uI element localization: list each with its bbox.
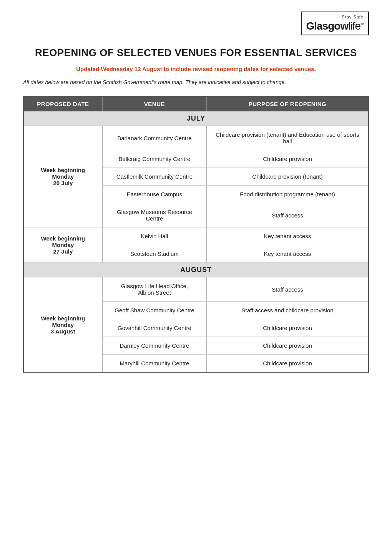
purpose-maryhill: Childcare provision bbox=[207, 355, 369, 373]
venue-kelvin-hall: Kelvin Hall bbox=[102, 227, 206, 245]
date-cell-3august: Week beginning Monday3 August bbox=[23, 277, 102, 373]
table-row: Week beginning Monday3 August Glasgow Li… bbox=[23, 277, 369, 302]
col-header-purpose: PURPOSE OF REOPENING bbox=[207, 96, 369, 111]
venue-glasgow-life-head: Glasgow Life Head Office,Albion Street bbox=[102, 277, 206, 302]
purpose-govanhill: Childcare provision bbox=[207, 319, 369, 337]
venue-govanhill: Govanhill Community Centre bbox=[102, 319, 206, 337]
date-cell-20july: Week beginning Monday20 July bbox=[23, 126, 102, 227]
month-label-july: JULY bbox=[23, 111, 369, 126]
col-header-date: PROPOSED DATE bbox=[23, 96, 102, 111]
purpose-glasgow-museums: Staff access bbox=[207, 203, 369, 227]
col-header-venue: VENUE bbox=[102, 96, 206, 111]
purpose-easterhouse: Food distribution programme (tenant) bbox=[207, 186, 369, 203]
date-cell-27july: Week beginning Monday27 July bbox=[23, 227, 102, 263]
logo-box: Stay Safe Glasgowlife™ bbox=[301, 12, 369, 35]
month-row-july: JULY bbox=[23, 111, 369, 126]
venue-bellcraig: Bellcraig Community Centre bbox=[102, 150, 206, 168]
disclaimer: All dates below are based on the Scottis… bbox=[23, 79, 369, 85]
venue-geoff-shaw: Geoff Shaw Community Centre bbox=[102, 302, 206, 319]
table-row: Week beginning Monday27 July Kelvin Hall… bbox=[23, 227, 369, 245]
venue-scotstoun: Scotstoun Stadium bbox=[102, 245, 206, 263]
table-row: Week beginning Monday20 July Barlanark C… bbox=[23, 126, 369, 150]
logo-life: life™ bbox=[348, 20, 364, 32]
logo-tm: ™ bbox=[360, 23, 364, 27]
purpose-bellcraig: Childcare provision bbox=[207, 150, 369, 168]
purpose-scotstoun: Key tenant access bbox=[207, 245, 369, 263]
logo-area: Stay Safe Glasgowlife™ bbox=[23, 12, 369, 35]
purpose-barlanark: Childcare provision (tenant) and Educati… bbox=[207, 126, 369, 150]
month-row-august: AUGUST bbox=[23, 263, 369, 277]
logo-glasgow: Glas bbox=[306, 20, 328, 32]
logo-main: Glasgowlife™ bbox=[306, 20, 364, 32]
logo-staysafe: Stay Safe bbox=[342, 15, 364, 19]
purpose-glasgow-life-head: Staff access bbox=[207, 277, 369, 302]
venue-darnley: Darnley Community Centre bbox=[102, 337, 206, 355]
purpose-geoff-shaw: Staff access and childcare provision bbox=[207, 302, 369, 319]
venue-maryhill: Maryhill Community Centre bbox=[102, 355, 206, 373]
purpose-darnley: Childcare provision bbox=[207, 337, 369, 355]
purpose-castlemilk: Childcare provision (tenant) bbox=[207, 168, 369, 186]
page-title: REOPENING OF SELECTED VENUES FOR ESSENTI… bbox=[23, 47, 369, 59]
update-note: Updated Wednesday 12 August to include r… bbox=[23, 66, 369, 72]
venue-glasgow-museums: Glasgow Museums Resource Centre bbox=[102, 203, 206, 227]
purpose-kelvin-hall: Key tenant access bbox=[207, 227, 369, 245]
month-label-august: AUGUST bbox=[23, 263, 369, 277]
logo-gow: gow bbox=[328, 20, 348, 32]
venue-easterhouse: Easterhouse Campus bbox=[102, 186, 206, 203]
venue-castlemilk: Castlemilk Community Centre bbox=[102, 168, 206, 186]
venue-barlanark: Barlanark Community Centre bbox=[102, 126, 206, 150]
venues-table: PROPOSED DATE VENUE PURPOSE OF REOPENING… bbox=[23, 96, 369, 373]
